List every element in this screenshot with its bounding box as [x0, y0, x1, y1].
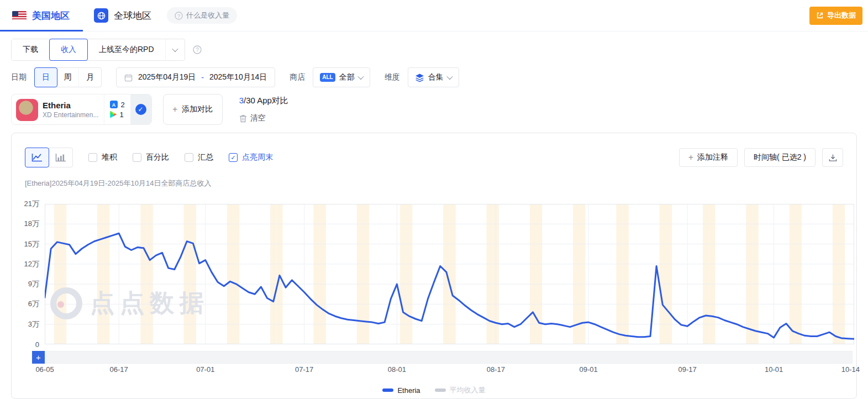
granularity-week[interactable]: 周: [57, 68, 79, 87]
legend-item-etheria[interactable]: Etheria: [382, 386, 420, 395]
date-separator: -: [201, 73, 204, 82]
filters-row: 日期 日 周 月 2025年04月19日 - 2025年10月14日 商店 AL…: [11, 67, 868, 87]
metric-dropdown-toggle[interactable]: [165, 39, 185, 60]
y-tick-label: 3万: [28, 319, 39, 329]
x-tick-label: 08-17: [487, 365, 505, 374]
y-tick-label: 0: [35, 340, 39, 349]
store-label: 商店: [290, 72, 305, 82]
x-tick-label: 07-17: [295, 365, 313, 374]
datazoom-scrollbar[interactable]: [45, 351, 853, 364]
checkbox-highlight-weekend[interactable]: ✓ 点亮周末: [229, 153, 273, 162]
question-circle-icon: ?: [175, 12, 183, 20]
bar-chart-toggle[interactable]: [49, 148, 73, 167]
chart-panel: ✓ 堆积 ✓ 百分比 ✓ 汇总 ✓ 点亮周末 + 添加注释 时间轴( 已选2 ): [11, 133, 857, 399]
dimension-label: 维度: [385, 72, 400, 82]
date-label: 日期: [11, 72, 27, 82]
export-icon: [816, 12, 824, 19]
app-card-etheria[interactable]: Etheria XD Entertainmen... A 2 1 ✓: [11, 94, 152, 125]
export-data-button[interactable]: 导出数据: [809, 7, 862, 25]
granularity-day[interactable]: 日: [34, 67, 57, 87]
timeline-button[interactable]: 时间轴( 已选2 ): [744, 148, 816, 167]
dimension-select[interactable]: 合集: [408, 67, 459, 87]
tab-rpd[interactable]: 上线至今的RPD: [88, 39, 165, 60]
metric-help-icon[interactable]: ?: [193, 45, 202, 54]
x-tick-label: 07-01: [196, 365, 214, 374]
tab-download[interactable]: 下载: [12, 39, 49, 60]
x-tick-label: 06-17: [110, 365, 128, 374]
y-tick-label: 12万: [24, 259, 39, 269]
granularity-month[interactable]: 月: [79, 68, 101, 87]
calendar-icon: [124, 74, 133, 82]
x-tick-label: 10-14: [841, 365, 860, 374]
app-name: Etheria: [43, 101, 98, 110]
checkbox-stacked[interactable]: ✓ 堆积: [88, 153, 117, 162]
tab-us-region[interactable]: 美国地区: [12, 9, 70, 22]
y-tick-label: 9万: [28, 279, 39, 289]
y-tick-label: 6万: [28, 299, 39, 309]
plus-icon: +: [688, 153, 693, 162]
checkbox-percentage[interactable]: ✓ 百分比: [133, 153, 169, 162]
chevron-down-icon: [446, 74, 453, 80]
x-tick-label: 09-01: [579, 365, 597, 374]
metric-tabs-row: 下载 收入 上线至今的RPD ?: [11, 39, 868, 61]
date-end: 2025年10月14日: [209, 72, 267, 82]
clear-comparison-button[interactable]: 清空: [239, 113, 288, 123]
y-tick-label: 18万: [24, 219, 39, 229]
chevron-down-icon: [172, 46, 178, 52]
app-avatar: [16, 99, 38, 121]
app-selected-strip[interactable]: ✓: [130, 95, 151, 124]
dimension-value: 合集: [428, 72, 444, 82]
svg-text:A: A: [112, 102, 116, 108]
store-select[interactable]: ALL 全部: [313, 67, 370, 87]
active-tab-underline: [0, 30, 83, 32]
tab-revenue[interactable]: 收入: [49, 39, 88, 61]
chevron-down-icon: [357, 74, 364, 80]
y-tick-label: 15万: [24, 239, 39, 249]
legend-item-average-revenue[interactable]: 平均收入量: [435, 385, 486, 395]
download-icon: [829, 154, 837, 162]
compare-row: Etheria XD Entertainmen... A 2 1 ✓ + 添加对…: [11, 94, 868, 125]
us-flag-icon: [12, 11, 27, 20]
check-circle-icon: ✓: [135, 104, 146, 115]
datazoom-expand-button[interactable]: +: [32, 351, 45, 364]
date-range-picker[interactable]: 2025年04月19日 - 2025年10月14日: [116, 67, 275, 87]
appstore-count: 2: [120, 101, 124, 109]
bar-chart-icon: [55, 153, 66, 162]
legend-marker: [435, 389, 446, 392]
tab-global-label: 全球地区: [114, 9, 151, 22]
y-axis-labels: 21万18万15万12万9万6万3万0: [12, 204, 40, 344]
y-tick-label: 21万: [24, 199, 39, 209]
add-annotation-button[interactable]: + 添加注释: [679, 148, 738, 167]
x-tick-label: 10-01: [765, 365, 783, 374]
app-developer: XD Entertainmen...: [43, 111, 98, 119]
chart-plot-area[interactable]: [45, 204, 854, 344]
trash-icon: [239, 114, 247, 123]
granularity-control: 日 周 月: [34, 67, 102, 87]
x-axis-labels: 06-0506-1707-0107-1708-0108-1709-0109-17…: [45, 365, 854, 374]
x-tick-label: 09-17: [678, 365, 696, 374]
svg-text:?: ?: [196, 47, 199, 53]
date-start: 2025年04月19日: [138, 72, 196, 82]
top-navbar: 美国地区 全球地区 ? 什么是收入量 导出数据: [0, 0, 868, 32]
legend-marker: [382, 389, 393, 392]
all-badge: ALL: [320, 73, 335, 82]
what-is-revenue-help[interactable]: ? 什么是收入量: [167, 7, 237, 24]
checkbox-icon: ✓: [229, 153, 238, 162]
checkbox-icon: ✓: [88, 153, 97, 162]
x-tick-label: 06-05: [35, 365, 54, 374]
chart-legend: Etheria 平均收入量: [12, 385, 856, 395]
line-chart-toggle[interactable]: [25, 148, 49, 167]
checkbox-summary[interactable]: ✓ 汇总: [185, 153, 213, 162]
plus-icon: +: [172, 104, 177, 114]
googleplay-icon: [110, 111, 117, 118]
globe-icon: [94, 8, 108, 23]
checkbox-icon: ✓: [185, 153, 193, 162]
line-chart-icon: [31, 153, 43, 162]
x-tick-label: 08-01: [388, 365, 406, 374]
download-chart-button[interactable]: [822, 148, 843, 167]
add-comparison-button[interactable]: + 添加对比: [163, 94, 223, 125]
metric-segmented-control: 下载 收入 上线至今的RPD: [11, 39, 185, 61]
store-value: 全部: [339, 72, 355, 82]
tab-global-region[interactable]: 全球地区: [94, 8, 151, 23]
layers-icon: [415, 73, 424, 82]
